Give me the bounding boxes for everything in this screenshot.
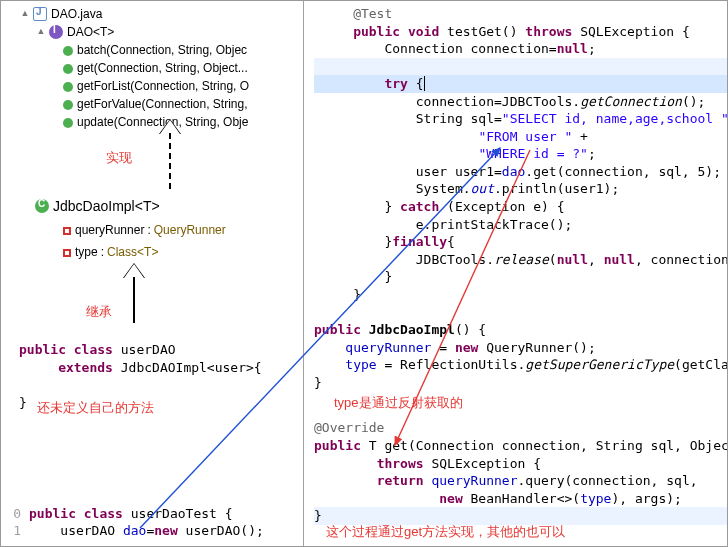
userdaotest-code: 0public class userDaoTest { 1 userDAO da…	[5, 505, 264, 540]
tree-method-row[interactable]: update(Connection, String, Obje	[11, 113, 303, 131]
tree-class-row[interactable]: JdbcDaoImpl<T>	[35, 197, 226, 215]
code-test-method: @Test public void testGet() throws SQLEx…	[304, 5, 727, 303]
code-get-method: @Override public T get(Connection connec…	[304, 419, 727, 524]
field-name: type	[75, 245, 98, 259]
twistie-icon[interactable]: ▲	[19, 8, 31, 20]
uml-solid-line	[133, 277, 135, 323]
field-type: Class<T>	[107, 245, 158, 259]
class-label: JdbcDaoImpl<T>	[53, 198, 160, 214]
method-label: batch(Connection, String, Objec	[77, 43, 247, 57]
app-root: ▲ DAO.java ▲ DAO<T> batch(Connection, St…	[0, 0, 728, 547]
uml-triangle-impl	[159, 119, 179, 133]
file-label: DAO.java	[51, 7, 102, 21]
field-name: queryRunner	[75, 223, 144, 237]
tree-field-row[interactable]: queryRunner : QueryRunner	[35, 221, 226, 239]
method-icon	[63, 100, 73, 110]
uml-triangle-inherit	[123, 263, 143, 277]
field-type: QueryRunner	[154, 223, 226, 237]
anno-type-reflection: type是通过反射获取的	[334, 394, 463, 412]
class-icon	[35, 199, 49, 213]
anno-extends: 继承	[86, 303, 112, 321]
method-label: get(Connection, String, Object...	[77, 61, 248, 75]
tree-method-row[interactable]: batch(Connection, String, Objec	[11, 41, 303, 59]
twistie-icon[interactable]: ▲	[35, 26, 47, 38]
field-icon	[63, 227, 71, 235]
tree-method-row[interactable]: getForValue(Connection, String,	[11, 95, 303, 113]
outline-pane: ▲ DAO.java ▲ DAO<T> batch(Connection, St…	[1, 1, 304, 546]
tree-method-row[interactable]: getForList(Connection, String, O	[11, 77, 303, 95]
method-label: getForList(Connection, String, O	[77, 79, 249, 93]
anno-no-methods: 还未定义自己的方法	[37, 399, 154, 417]
interface-icon	[49, 25, 63, 39]
method-icon	[63, 64, 73, 74]
method-icon	[63, 46, 73, 56]
method-icon	[63, 82, 73, 92]
tree-method-row[interactable]: get(Connection, String, Object...	[11, 59, 303, 77]
code-constructor: public JdbcDaoImpl() { queryRunner = new…	[304, 321, 727, 391]
class-impl-block: JdbcDaoImpl<T> queryRunner : QueryRunner…	[35, 197, 226, 261]
java-file-icon	[33, 7, 47, 21]
outline-tree: ▲ DAO.java ▲ DAO<T> batch(Connection, St…	[1, 5, 303, 131]
tree-interface-row[interactable]: ▲ DAO<T>	[11, 23, 303, 41]
method-label: getForValue(Connection, String,	[77, 97, 248, 111]
editor-pane[interactable]: @Test public void testGet() throws SQLEx…	[304, 1, 727, 546]
tree-file-row[interactable]: ▲ DAO.java	[11, 5, 303, 23]
method-icon	[63, 118, 73, 128]
anno-get-process: 这个过程通过get方法实现，其他的也可以	[326, 523, 565, 541]
field-icon	[63, 249, 71, 257]
anno-implements: 实现	[106, 149, 132, 167]
uml-dashed-line	[169, 133, 171, 189]
tree-field-row[interactable]: type : Class<T>	[35, 243, 226, 261]
interface-label: DAO<T>	[67, 25, 114, 39]
